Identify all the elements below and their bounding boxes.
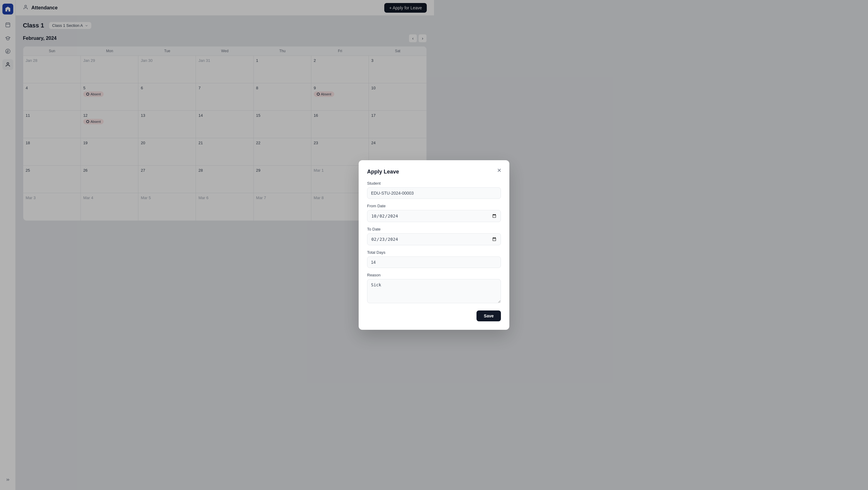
to-date-label: To Date bbox=[367, 227, 434, 231]
from-date-label: From Date bbox=[367, 204, 434, 208]
modal-overlay[interactable]: Apply Leave ✕ Student From Date To Date … bbox=[0, 0, 434, 245]
student-input[interactable] bbox=[367, 188, 434, 199]
student-label: Student bbox=[367, 181, 434, 185]
to-date-input[interactable] bbox=[367, 233, 434, 245]
apply-leave-modal: Apply Leave ✕ Student From Date To Date … bbox=[359, 160, 434, 245]
student-field-group: Student bbox=[367, 181, 434, 199]
modal-title: Apply Leave bbox=[367, 169, 434, 175]
from-date-field-group: From Date bbox=[367, 204, 434, 222]
to-date-field-group: To Date bbox=[367, 227, 434, 245]
from-date-input[interactable] bbox=[367, 210, 434, 222]
